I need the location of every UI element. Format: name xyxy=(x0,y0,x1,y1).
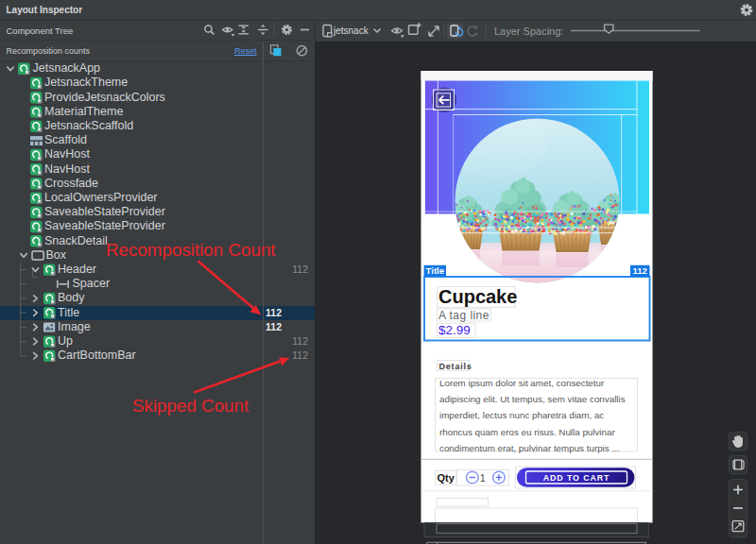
svg-text:Skipped Count: Skipped Count xyxy=(132,396,249,416)
svg-text:Recomposition Count: Recomposition Count xyxy=(106,240,276,260)
